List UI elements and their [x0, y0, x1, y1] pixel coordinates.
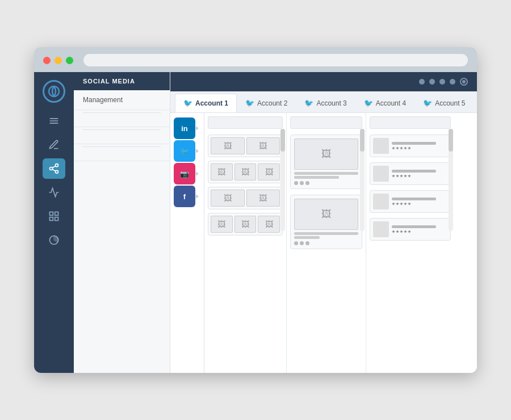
- account-tab-3[interactable]: 🐦 Account 3: [296, 94, 355, 112]
- text-lines-2: [294, 232, 358, 239]
- account-tab-4[interactable]: 🐦 Account 4: [355, 94, 414, 112]
- feed-search-3[interactable]: [370, 116, 451, 129]
- star: [392, 230, 395, 233]
- large-post-1: 🖼: [290, 135, 362, 189]
- linkedin-chevron: [196, 126, 199, 131]
- text-lines-1: [294, 172, 358, 179]
- list-title-1: [392, 142, 436, 145]
- scroll-indicator-2: [360, 129, 365, 231]
- post-card-1-4: 🖼 🖼 🖼: [208, 213, 283, 236]
- url-bar[interactable]: [83, 54, 468, 66]
- sidebar-item-analytics[interactable]: [43, 182, 65, 203]
- app-container: SOCIAL MEDIAManagement 🐦 Account 1: [34, 72, 477, 373]
- linkedin-button[interactable]: in: [174, 117, 195, 139]
- nav-item-2[interactable]: [74, 149, 170, 161]
- twitter-icon-tab5: 🐦: [423, 99, 432, 107]
- list-thumb-3: [373, 194, 389, 209]
- post-images-1-1: 🖼 🖼: [211, 137, 280, 154]
- img-placeholder: 🖼: [211, 216, 233, 233]
- maximize-button[interactable]: [66, 57, 73, 64]
- star: [392, 146, 395, 150]
- img-placeholder: 🖼: [234, 163, 257, 180]
- account-tab-5[interactable]: 🐦 Account 5: [414, 94, 474, 112]
- scroll-thumb-3: [449, 129, 453, 152]
- img-placeholder: 🖼: [211, 137, 245, 154]
- svg-line-7: [52, 169, 56, 171]
- list-item-1: [370, 135, 451, 157]
- account-tab-2-label: Account 2: [257, 99, 287, 107]
- account-tab-1[interactable]: 🐦 Account 1: [175, 94, 237, 112]
- nav-dot-1[interactable]: [419, 79, 425, 85]
- top-nav-bar: [170, 72, 477, 91]
- feeds-area: 🖼 🖼 🖼 🖼 🖼: [204, 113, 477, 373]
- list-thumb-1: [373, 138, 389, 154]
- list-item-4: [370, 218, 451, 241]
- logo: [43, 80, 65, 103]
- post-icons: [294, 241, 358, 245]
- svg-point-5: [50, 167, 53, 170]
- facebook-button[interactable]: f: [174, 186, 195, 207]
- account-tab-2[interactable]: 🐦 Account 2: [237, 94, 296, 112]
- content-area: in 🐦 📷 f: [170, 113, 477, 373]
- nav-dot-4[interactable]: [450, 79, 455, 85]
- sidebar-item-reports[interactable]: [43, 230, 65, 250]
- account-tabs: 🐦 Account 1 🐦 Account 2 🐦 Account 3 🐦 Ac…: [170, 91, 477, 113]
- stars-3: [392, 202, 447, 205]
- svg-rect-2: [50, 120, 58, 121]
- nav-item-0[interactable]: [74, 115, 170, 127]
- scroll-thumb-1: [280, 129, 285, 152]
- twitter-icon-tab4: 🐦: [364, 99, 373, 107]
- sidebar-item-list[interactable]: [43, 206, 65, 226]
- star: [392, 174, 395, 178]
- twitter-button[interactable]: 🐦: [174, 140, 195, 162]
- browser-window: SOCIAL MEDIAManagement 🐦 Account 1: [34, 47, 477, 373]
- sidebar-item-edit[interactable]: [43, 135, 65, 155]
- close-button[interactable]: [43, 57, 51, 64]
- stars-2: [392, 174, 447, 178]
- account-tab-5-label: Account 5: [435, 99, 465, 107]
- large-img-1: 🖼: [294, 138, 358, 170]
- platforms-column: in 🐦 📷 f: [170, 113, 204, 373]
- img-placeholder: 🖼: [211, 163, 233, 180]
- post-dot: [300, 181, 304, 185]
- list-thumb-4: [373, 221, 389, 237]
- nav-dot-active[interactable]: [460, 78, 468, 86]
- title-bar: [34, 47, 477, 72]
- nav-item-1[interactable]: [74, 132, 170, 144]
- post-card-1-2: 🖼 🖼 🖼: [208, 161, 283, 183]
- sidebar-item-menu[interactable]: [43, 111, 65, 131]
- instagram-button[interactable]: 📷: [174, 163, 195, 184]
- svg-rect-1: [50, 118, 58, 119]
- nav-divider: [83, 112, 161, 113]
- star: [404, 202, 407, 205]
- svg-rect-9: [50, 212, 53, 216]
- star: [408, 230, 411, 233]
- svg-rect-3: [50, 123, 58, 124]
- twitter-label: 🐦: [180, 147, 189, 156]
- list-lines-1: [392, 142, 447, 150]
- list-title-3: [392, 198, 436, 200]
- scroll-indicator-1: [280, 129, 285, 231]
- minimize-button[interactable]: [55, 57, 62, 64]
- stars-1: [392, 146, 447, 150]
- text-line: [294, 172, 358, 175]
- sidebar-item-social[interactable]: [43, 158, 65, 179]
- account-tab-4-label: Account 4: [376, 99, 406, 107]
- instagram-label: 📷: [180, 170, 189, 178]
- nav-item-management[interactable]: Management: [74, 90, 170, 110]
- star: [396, 202, 399, 205]
- svg-point-0: [49, 86, 59, 96]
- nav-dot-3[interactable]: [439, 79, 445, 85]
- list-title-4: [392, 225, 436, 228]
- nav-dot-2[interactable]: [429, 79, 435, 85]
- post-images-1-2: 🖼 🖼 🖼: [211, 163, 280, 180]
- feed-search-1[interactable]: [208, 116, 283, 129]
- stars-4: [392, 230, 447, 233]
- star: [404, 146, 407, 150]
- svg-point-4: [56, 164, 58, 167]
- post-icons: [294, 181, 358, 185]
- svg-line-8: [52, 166, 56, 167]
- feed-search-2[interactable]: [290, 116, 362, 129]
- list-item-3: [370, 190, 451, 213]
- feed-col-3: [366, 113, 454, 373]
